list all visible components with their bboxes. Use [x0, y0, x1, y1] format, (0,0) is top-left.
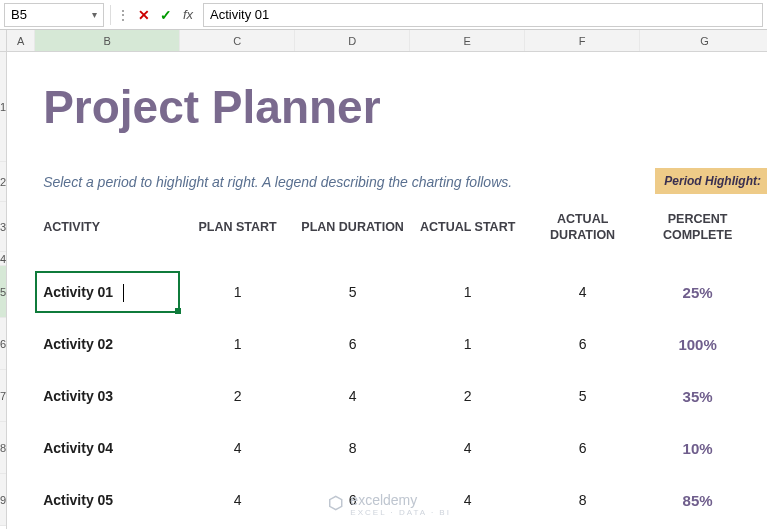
th-plan-duration: PLAN DURATION: [295, 219, 410, 235]
chevron-down-icon[interactable]: ▾: [92, 9, 97, 20]
cell-actual-duration[interactable]: 5: [525, 388, 640, 404]
cell-plan-start[interactable]: 4: [180, 492, 295, 508]
col-header-B[interactable]: B: [35, 30, 180, 51]
cell-plan-start[interactable]: 4: [180, 440, 295, 456]
sheet-content: Project Planner Select a period to highl…: [7, 52, 767, 526]
row-header-1[interactable]: 1: [0, 52, 6, 162]
divider: [110, 5, 111, 25]
table-row[interactable]: Activity 05 4 6 4 8 85%: [35, 474, 767, 526]
cell-plan-duration[interactable]: 8: [295, 440, 410, 456]
name-box-value: B5: [11, 7, 27, 22]
row-headers: 1 2 3 4 5 6 7 8 9: [0, 30, 7, 529]
cell-actual-duration[interactable]: 4: [525, 284, 640, 300]
enter-button[interactable]: ✓: [155, 3, 177, 27]
title-row: Project Planner: [35, 52, 767, 162]
th-activity: ACTIVITY: [35, 219, 180, 235]
col-headers: A B C D E F G: [7, 30, 767, 52]
cell-plan-duration[interactable]: 4: [295, 388, 410, 404]
row-header-9[interactable]: 9: [0, 474, 6, 526]
row-header-4[interactable]: 4: [0, 252, 6, 266]
row-header-3[interactable]: 3: [0, 202, 6, 252]
cell-plan-start[interactable]: 1: [180, 284, 295, 300]
fx-button[interactable]: fx: [177, 3, 199, 27]
col-header-A[interactable]: A: [7, 30, 35, 51]
cell-pct[interactable]: 100%: [640, 336, 755, 353]
col-header-G[interactable]: G: [640, 30, 767, 51]
check-icon: ✓: [160, 7, 172, 23]
cell-actual-start[interactable]: 1: [410, 284, 525, 300]
cell-plan-duration[interactable]: 5: [295, 284, 410, 300]
grid[interactable]: A B C D E F G Project Planner Select a p…: [7, 30, 767, 529]
spacer-row: [35, 252, 767, 266]
subtitle: Select a period to highlight at right. A…: [35, 174, 512, 190]
cell-plan-duration[interactable]: 6: [295, 336, 410, 352]
page-title: Project Planner: [35, 80, 380, 134]
cell-activity[interactable]: Activity 02: [35, 336, 180, 352]
cell-plan-start[interactable]: 2: [180, 388, 295, 404]
table-row[interactable]: Activity 02 1 6 1 6 100%: [35, 318, 767, 370]
cell-activity[interactable]: Activity 03: [35, 388, 180, 404]
th-actual-start: ACTUAL START: [410, 219, 525, 235]
cell-plan-duration[interactable]: 6: [295, 492, 410, 508]
row-header-6[interactable]: 6: [0, 318, 6, 370]
row-header-8[interactable]: 8: [0, 422, 6, 474]
row-header-7[interactable]: 7: [0, 370, 6, 422]
period-highlight-label: Period Highlight:: [655, 168, 767, 194]
cell-pct[interactable]: 35%: [640, 388, 755, 405]
cancel-button[interactable]: ✕: [133, 3, 155, 27]
cell-activity[interactable]: Activity 01: [35, 284, 180, 300]
cell-actual-start[interactable]: 2: [410, 388, 525, 404]
cell-actual-start[interactable]: 1: [410, 336, 525, 352]
cell-pct[interactable]: 85%: [640, 492, 755, 509]
edit-cursor: [123, 284, 124, 302]
cell-actual-duration[interactable]: 6: [525, 440, 640, 456]
table-row[interactable]: Activity 03 2 4 2 5 35%: [35, 370, 767, 422]
spreadsheet: 1 2 3 4 5 6 7 8 9 A B C D E F G Project …: [0, 30, 767, 529]
table-row[interactable]: Activity 04 4 8 4 6 10%: [35, 422, 767, 474]
cell-plan-start[interactable]: 1: [180, 336, 295, 352]
th-actual-duration: ACTUAL DURATION: [525, 211, 640, 244]
cell-activity[interactable]: Activity 04: [35, 440, 180, 456]
table-header-row: ACTIVITY PLAN START PLAN DURATION ACTUAL…: [35, 202, 767, 252]
cell-pct[interactable]: 25%: [640, 284, 755, 301]
col-header-F[interactable]: F: [525, 30, 640, 51]
col-header-C[interactable]: C: [180, 30, 295, 51]
th-percent-complete: PERCENT COMPLETE: [640, 211, 755, 244]
th-plan-start: PLAN START: [180, 219, 295, 235]
select-all-corner[interactable]: [0, 30, 6, 52]
cell-actual-duration[interactable]: 6: [525, 336, 640, 352]
table-row[interactable]: Activity 01 1 5 1 4 25%: [35, 266, 767, 318]
cell-actual-duration[interactable]: 8: [525, 492, 640, 508]
cell-pct[interactable]: 10%: [640, 440, 755, 457]
row-header-5[interactable]: 5: [0, 266, 6, 318]
x-icon: ✕: [138, 7, 150, 23]
more-icon[interactable]: ⋮: [113, 7, 133, 23]
row-header-2[interactable]: 2: [0, 162, 6, 202]
fx-icon: fx: [183, 7, 193, 22]
formula-input[interactable]: [203, 3, 763, 27]
cell-actual-start[interactable]: 4: [410, 440, 525, 456]
cell-activity[interactable]: Activity 05: [35, 492, 180, 508]
col-header-D[interactable]: D: [295, 30, 410, 51]
cell-actual-start[interactable]: 4: [410, 492, 525, 508]
formula-bar: B5 ▾ ⋮ ✕ ✓ fx: [0, 0, 767, 30]
col-header-E[interactable]: E: [410, 30, 525, 51]
name-box[interactable]: B5 ▾: [4, 3, 104, 27]
subtitle-row: Select a period to highlight at right. A…: [35, 162, 767, 202]
